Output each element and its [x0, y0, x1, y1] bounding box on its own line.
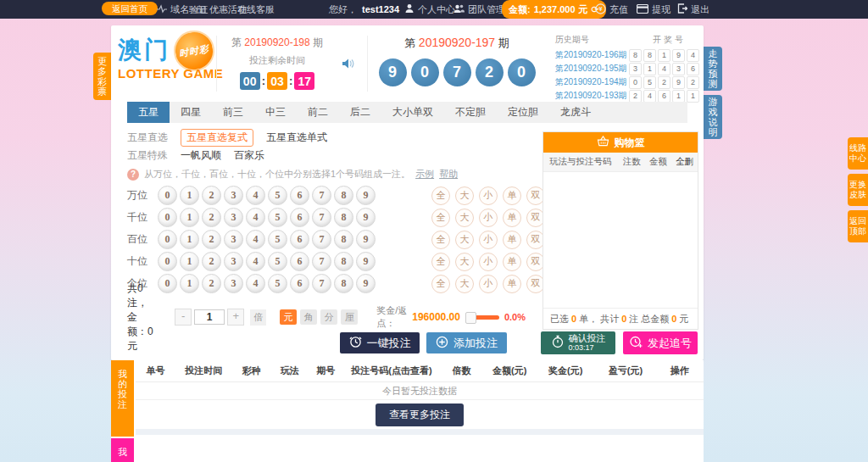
side-tab-change-skin[interactable]: 更换皮肤 — [848, 174, 868, 206]
number-ball-2-5[interactable]: 5 — [268, 230, 287, 249]
nav-customer-service[interactable]: 在线客服 — [237, 0, 275, 19]
number-ball-1-9[interactable]: 9 — [356, 208, 376, 227]
game-tab-3[interactable]: 中三 — [254, 102, 297, 123]
profile-link[interactable]: 个人中心 — [404, 0, 455, 19]
number-ball-3-3[interactable]: 3 — [224, 252, 243, 271]
number-ball-0-0[interactable]: 0 — [158, 186, 177, 205]
number-ball-3-9[interactable]: 9 — [356, 252, 376, 271]
side-tab-trend-forecast[interactable]: 走势预测 — [704, 47, 722, 91]
number-ball-4-4[interactable]: 4 — [246, 274, 265, 293]
rebate-slider[interactable] — [465, 312, 499, 322]
quick-select-1-0[interactable]: 全 — [431, 209, 450, 227]
number-ball-2-8[interactable]: 8 — [334, 230, 353, 249]
number-ball-2-0[interactable]: 0 — [158, 230, 177, 249]
quick-select-3-3[interactable]: 单 — [503, 253, 521, 271]
unit-button-0[interactable]: 元 — [280, 309, 297, 325]
number-ball-0-4[interactable]: 4 — [246, 186, 265, 205]
game-tab-4[interactable]: 前二 — [297, 102, 339, 123]
delete-all-button[interactable]: 全删 — [671, 156, 698, 168]
number-ball-0-7[interactable]: 7 — [312, 186, 331, 205]
number-ball-4-2[interactable]: 2 — [202, 274, 221, 293]
side-tab-back-to-top[interactable]: 返回顶部 — [848, 210, 868, 242]
quick-select-1-3[interactable]: 单 — [503, 209, 521, 227]
number-ball-1-3[interactable]: 3 — [224, 208, 243, 227]
quick-select-4-0[interactable]: 全 — [431, 275, 450, 293]
game-tab-8[interactable]: 定位胆 — [497, 102, 549, 123]
quick-select-1-2[interactable]: 小 — [479, 209, 498, 227]
number-ball-3-2[interactable]: 2 — [202, 252, 221, 271]
number-ball-3-6[interactable]: 6 — [290, 252, 309, 271]
number-ball-0-1[interactable]: 1 — [180, 186, 199, 205]
number-ball-2-3[interactable]: 3 — [224, 230, 243, 249]
number-ball-4-3[interactable]: 3 — [224, 274, 243, 293]
number-ball-4-9[interactable]: 9 — [356, 274, 376, 293]
number-ball-4-7[interactable]: 7 — [312, 274, 331, 293]
game-tab-1[interactable]: 四星 — [170, 102, 212, 123]
number-ball-1-8[interactable]: 8 — [334, 208, 353, 227]
mode-option[interactable]: 五星直选单式 — [266, 131, 327, 145]
game-tab-7[interactable]: 不定胆 — [444, 102, 497, 123]
game-tab-0[interactable]: 五星 — [127, 102, 170, 123]
side-tab-partial[interactable]: 我 — [111, 438, 134, 462]
withdraw-link[interactable]: 提现 — [637, 0, 670, 19]
number-ball-0-6[interactable]: 6 — [290, 186, 309, 205]
quick-select-4-3[interactable]: 单 — [503, 275, 521, 293]
quick-select-4-2[interactable]: 小 — [479, 275, 498, 293]
quick-select-3-0[interactable]: 全 — [431, 253, 450, 271]
quick-select-1-1[interactable]: 大 — [455, 209, 474, 227]
number-ball-4-5[interactable]: 5 — [268, 274, 287, 293]
team-link[interactable]: 团队管理 — [453, 0, 505, 19]
number-ball-4-1[interactable]: 1 — [180, 274, 199, 293]
side-tab-my-bets[interactable]: 我的投注 — [111, 360, 134, 437]
number-ball-1-1[interactable]: 1 — [180, 208, 199, 227]
number-ball-4-8[interactable]: 8 — [334, 274, 353, 293]
number-ball-3-5[interactable]: 5 — [268, 252, 287, 271]
number-ball-0-2[interactable]: 2 — [202, 186, 221, 205]
game-tab-6[interactable]: 大小单双 — [381, 102, 444, 123]
number-ball-1-5[interactable]: 5 — [268, 208, 287, 227]
quick-select-0-1[interactable]: 大 — [455, 186, 474, 205]
recharge-link[interactable]: ¥ 充值 — [595, 0, 628, 19]
home-button[interactable]: 返回首页 — [102, 2, 158, 15]
help-link[interactable]: 帮助 — [439, 168, 458, 181]
number-ball-4-0[interactable]: 0 — [158, 274, 177, 293]
number-ball-2-1[interactable]: 1 — [180, 230, 199, 249]
game-tab-5[interactable]: 后二 — [339, 102, 381, 123]
add-bet-button[interactable]: 添加投注 — [426, 332, 507, 353]
unit-button-3[interactable]: 厘 — [341, 309, 358, 325]
number-ball-3-0[interactable]: 0 — [158, 252, 177, 271]
number-ball-1-7[interactable]: 7 — [312, 208, 331, 227]
mode-option[interactable]: 百家乐 — [234, 148, 264, 163]
minus-button[interactable]: - — [175, 309, 192, 326]
side-tab-game-rules[interactable]: 游戏说明 — [704, 95, 722, 139]
number-ball-1-2[interactable]: 2 — [202, 208, 221, 227]
quick-select-3-1[interactable]: 大 — [455, 253, 474, 271]
plus-button[interactable]: + — [227, 309, 244, 326]
multiplier-input[interactable] — [194, 309, 225, 325]
number-ball-2-2[interactable]: 2 — [202, 230, 221, 249]
unit-button-1[interactable]: 角 — [300, 309, 317, 325]
number-ball-0-9[interactable]: 9 — [356, 186, 376, 205]
side-tab-more-lotteries[interactable]: 更多彩票 — [93, 53, 111, 100]
quick-select-2-3[interactable]: 单 — [503, 231, 521, 249]
number-ball-2-6[interactable]: 6 — [290, 230, 309, 249]
example-link[interactable]: 示例 — [415, 168, 434, 181]
quick-select-2-1[interactable]: 大 — [455, 231, 474, 249]
logout-link[interactable]: 退出 — [677, 0, 709, 19]
confirm-bet-button[interactable]: 确认投注 0:03:17 — [541, 331, 615, 354]
speaker-icon[interactable] — [342, 58, 355, 73]
number-ball-1-4[interactable]: 4 — [246, 208, 265, 227]
number-ball-4-6[interactable]: 6 — [290, 274, 309, 293]
number-ball-0-5[interactable]: 5 — [268, 186, 287, 205]
mode-option[interactable]: 一帆风顺 — [181, 148, 221, 163]
side-tab-line-center[interactable]: 线路中心 — [848, 137, 868, 170]
quick-select-0-2[interactable]: 小 — [479, 186, 498, 205]
number-ball-3-7[interactable]: 7 — [312, 252, 331, 271]
number-ball-3-4[interactable]: 4 — [246, 252, 265, 271]
chase-number-button[interactable]: 发起追号 — [623, 331, 698, 354]
quick-select-4-1[interactable]: 大 — [455, 275, 474, 293]
unit-button-2[interactable]: 分 — [320, 309, 337, 325]
view-more-bets-button[interactable]: 查看更多投注 — [376, 404, 464, 426]
quick-select-2-2[interactable]: 小 — [479, 231, 498, 249]
quick-select-3-2[interactable]: 小 — [479, 253, 498, 271]
